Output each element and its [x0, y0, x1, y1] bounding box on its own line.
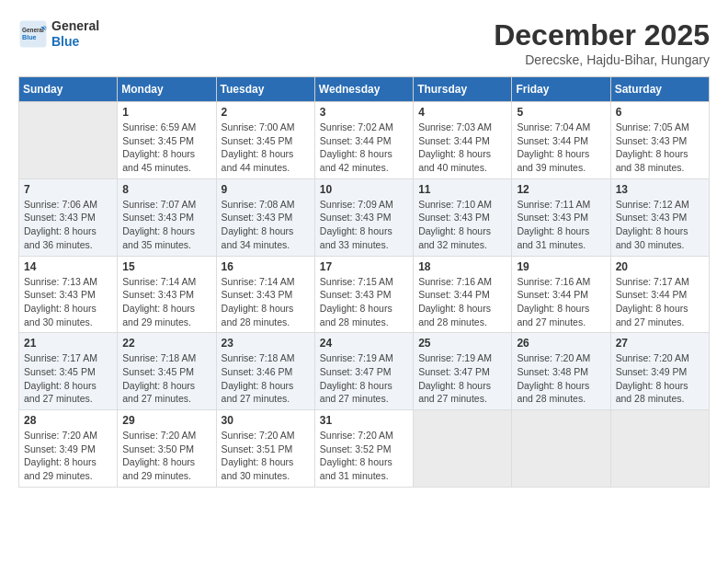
day-number: 19 — [517, 260, 605, 273]
calendar-cell: 4Sunrise: 7:03 AMSunset: 3:44 PMDaylight… — [414, 102, 512, 179]
day-info: Sunrise: 7:20 AMSunset: 3:49 PMDaylight:… — [24, 429, 112, 483]
logo-label: General Blue — [51, 18, 99, 50]
day-info: Sunrise: 7:19 AMSunset: 3:47 PMDaylight:… — [418, 351, 506, 406]
calendar-header-row: SundayMondayTuesdayWednesdayThursdayFrid… — [19, 77, 710, 102]
calendar-cell: 28Sunrise: 7:20 AMSunset: 3:49 PMDayligh… — [19, 410, 118, 488]
calendar-cell: 18Sunrise: 7:16 AMSunset: 3:44 PMDayligh… — [414, 256, 512, 333]
page-header: General Blue General Blue December 2025 … — [18, 18, 710, 67]
day-info: Sunrise: 7:04 AMSunset: 3:44 PMDaylight:… — [517, 121, 605, 175]
day-number: 3 — [320, 106, 408, 119]
svg-text:Blue: Blue — [22, 33, 37, 41]
day-info: Sunrise: 7:08 AMSunset: 3:43 PMDaylight:… — [222, 198, 310, 252]
day-number: 12 — [517, 183, 605, 196]
day-number: 13 — [616, 183, 704, 196]
day-number: 1 — [122, 106, 210, 119]
day-number: 16 — [222, 260, 310, 273]
day-info: Sunrise: 7:12 AMSunset: 3:43 PMDaylight:… — [616, 198, 704, 252]
day-number: 25 — [418, 337, 506, 350]
day-info: Sunrise: 7:20 AMSunset: 3:52 PMDaylight:… — [320, 429, 408, 483]
calendar-cell: 30Sunrise: 7:20 AMSunset: 3:51 PMDayligh… — [216, 410, 314, 488]
calendar-cell: 15Sunrise: 7:14 AMSunset: 3:43 PMDayligh… — [118, 256, 216, 333]
calendar-cell: 8Sunrise: 7:07 AMSunset: 3:43 PMDaylight… — [118, 178, 216, 256]
title-section: December 2025 Derecske, Hajdu-Bihar, Hun… — [494, 18, 710, 67]
calendar-cell: 31Sunrise: 7:20 AMSunset: 3:52 PMDayligh… — [314, 410, 413, 488]
day-number: 21 — [24, 337, 112, 350]
calendar-cell: 19Sunrise: 7:16 AMSunset: 3:44 PMDayligh… — [512, 256, 610, 333]
calendar-cell: 13Sunrise: 7:12 AMSunset: 3:43 PMDayligh… — [610, 178, 709, 256]
calendar-cell: 16Sunrise: 7:14 AMSunset: 3:43 PMDayligh… — [216, 256, 314, 333]
calendar-cell: 29Sunrise: 7:20 AMSunset: 3:50 PMDayligh… — [118, 410, 216, 488]
calendar-cell: 3Sunrise: 7:02 AMSunset: 3:44 PMDaylight… — [314, 102, 413, 179]
day-info: Sunrise: 7:05 AMSunset: 3:43 PMDaylight:… — [616, 121, 704, 175]
day-number: 26 — [517, 337, 605, 350]
svg-text:General: General — [22, 27, 44, 33]
calendar-cell: 1Sunrise: 6:59 AMSunset: 3:45 PMDaylight… — [118, 102, 216, 179]
day-number: 4 — [418, 106, 506, 119]
calendar-cell — [414, 410, 512, 488]
calendar-cell: 20Sunrise: 7:17 AMSunset: 3:44 PMDayligh… — [610, 256, 709, 333]
day-number: 18 — [418, 260, 506, 273]
calendar-cell: 10Sunrise: 7:09 AMSunset: 3:43 PMDayligh… — [314, 178, 413, 256]
day-number: 22 — [122, 337, 210, 350]
day-number: 17 — [320, 260, 408, 273]
day-number: 30 — [222, 414, 310, 427]
day-info: Sunrise: 7:09 AMSunset: 3:43 PMDaylight:… — [320, 198, 408, 252]
calendar-cell: 26Sunrise: 7:20 AMSunset: 3:48 PMDayligh… — [512, 333, 610, 410]
day-number: 14 — [24, 260, 112, 273]
day-info: Sunrise: 7:17 AMSunset: 3:44 PMDaylight:… — [616, 275, 704, 329]
day-info: Sunrise: 7:13 AMSunset: 3:43 PMDaylight:… — [24, 275, 112, 329]
calendar-cell: 11Sunrise: 7:10 AMSunset: 3:43 PMDayligh… — [414, 178, 512, 256]
calendar-cell: 23Sunrise: 7:18 AMSunset: 3:46 PMDayligh… — [216, 333, 314, 410]
calendar-week-row: 28Sunrise: 7:20 AMSunset: 3:49 PMDayligh… — [19, 410, 710, 488]
weekday-header-sunday: Sunday — [19, 77, 118, 102]
day-number: 31 — [320, 414, 408, 427]
day-info: Sunrise: 7:20 AMSunset: 3:51 PMDaylight:… — [222, 429, 310, 483]
day-number: 11 — [418, 183, 506, 196]
logo-blue-text: Blue — [51, 34, 79, 49]
weekday-header-wednesday: Wednesday — [314, 77, 413, 102]
day-number: 6 — [616, 106, 704, 119]
day-number: 8 — [122, 183, 210, 196]
day-number: 2 — [222, 106, 310, 119]
day-info: Sunrise: 6:59 AMSunset: 3:45 PMDaylight:… — [122, 121, 210, 175]
month-year-title: December 2025 — [494, 18, 710, 52]
calendar-cell: 22Sunrise: 7:18 AMSunset: 3:45 PMDayligh… — [118, 333, 216, 410]
calendar-week-row: 7Sunrise: 7:06 AMSunset: 3:43 PMDaylight… — [19, 178, 710, 256]
calendar-cell: 12Sunrise: 7:11 AMSunset: 3:43 PMDayligh… — [512, 178, 610, 256]
day-info: Sunrise: 7:17 AMSunset: 3:45 PMDaylight:… — [24, 351, 112, 406]
logo-general-text: General — [51, 18, 99, 33]
calendar-week-row: 21Sunrise: 7:17 AMSunset: 3:45 PMDayligh… — [19, 333, 710, 410]
calendar-cell: 14Sunrise: 7:13 AMSunset: 3:43 PMDayligh… — [19, 256, 118, 333]
weekday-header-tuesday: Tuesday — [216, 77, 314, 102]
day-info: Sunrise: 7:03 AMSunset: 3:44 PMDaylight:… — [418, 121, 506, 175]
day-info: Sunrise: 7:18 AMSunset: 3:46 PMDaylight:… — [222, 351, 310, 406]
logo-icon: General Blue — [18, 19, 48, 49]
day-info: Sunrise: 7:20 AMSunset: 3:48 PMDaylight:… — [517, 351, 605, 406]
calendar-cell: 24Sunrise: 7:19 AMSunset: 3:47 PMDayligh… — [314, 333, 413, 410]
weekday-header-saturday: Saturday — [610, 77, 709, 102]
day-info: Sunrise: 7:18 AMSunset: 3:45 PMDaylight:… — [122, 351, 210, 406]
day-info: Sunrise: 7:14 AMSunset: 3:43 PMDaylight:… — [122, 275, 210, 329]
day-info: Sunrise: 7:14 AMSunset: 3:43 PMDaylight:… — [222, 275, 310, 329]
calendar-week-row: 14Sunrise: 7:13 AMSunset: 3:43 PMDayligh… — [19, 256, 710, 333]
calendar-cell: 25Sunrise: 7:19 AMSunset: 3:47 PMDayligh… — [414, 333, 512, 410]
day-info: Sunrise: 7:00 AMSunset: 3:45 PMDaylight:… — [222, 121, 310, 175]
calendar-cell: 2Sunrise: 7:00 AMSunset: 3:45 PMDaylight… — [216, 102, 314, 179]
calendar-cell: 27Sunrise: 7:20 AMSunset: 3:49 PMDayligh… — [610, 333, 709, 410]
day-number: 5 — [517, 106, 605, 119]
day-info: Sunrise: 7:20 AMSunset: 3:50 PMDaylight:… — [122, 429, 210, 483]
day-number: 28 — [24, 414, 112, 427]
calendar-cell: 7Sunrise: 7:06 AMSunset: 3:43 PMDaylight… — [19, 178, 118, 256]
day-number: 27 — [616, 337, 704, 350]
day-info: Sunrise: 7:16 AMSunset: 3:44 PMDaylight:… — [517, 275, 605, 329]
day-number: 24 — [320, 337, 408, 350]
day-info: Sunrise: 7:19 AMSunset: 3:47 PMDaylight:… — [320, 351, 408, 406]
day-info: Sunrise: 7:02 AMSunset: 3:44 PMDaylight:… — [320, 121, 408, 175]
calendar-cell: 9Sunrise: 7:08 AMSunset: 3:43 PMDaylight… — [216, 178, 314, 256]
weekday-header-friday: Friday — [512, 77, 610, 102]
weekday-header-thursday: Thursday — [414, 77, 512, 102]
day-info: Sunrise: 7:07 AMSunset: 3:43 PMDaylight:… — [122, 198, 210, 252]
calendar-cell: 5Sunrise: 7:04 AMSunset: 3:44 PMDaylight… — [512, 102, 610, 179]
weekday-header-monday: Monday — [118, 77, 216, 102]
day-info: Sunrise: 7:15 AMSunset: 3:43 PMDaylight:… — [320, 275, 408, 329]
